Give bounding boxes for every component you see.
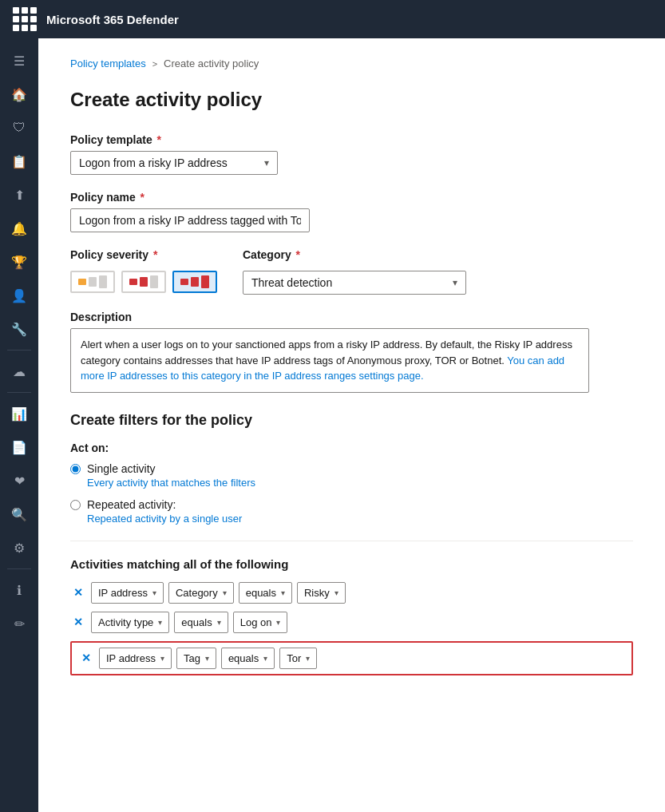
single-activity-label: Single activity — [87, 462, 255, 475]
severity-group: Policy severity * — [70, 248, 217, 293]
filter-row-3-col2-dropdown[interactable]: Tag ▾ — [176, 648, 216, 669]
sidebar-icon-upload[interactable]: ⬆ — [3, 179, 35, 211]
category-group: Category * Threat detection ▾ — [243, 248, 466, 295]
repeated-activity-radio[interactable] — [70, 500, 81, 510]
sidebar-divider-2 — [7, 392, 31, 393]
policy-template-value: Logon from a risky IP address — [79, 156, 228, 169]
filter-row-1-remove-button[interactable]: ✕ — [70, 584, 86, 600]
filter-row-1-col3-dropdown[interactable]: equals ▾ — [239, 582, 292, 604]
filter-row-3-col4-dropdown[interactable]: Tor ▾ — [279, 648, 317, 669]
policy-name-field: Policy name * — [70, 191, 633, 232]
severity-high-bar1 — [180, 279, 188, 285]
sidebar-icon-edit[interactable]: ✏ — [3, 608, 35, 640]
sidebar-icon-chart[interactable]: 📊 — [3, 398, 35, 430]
filter-row-2-col1-dropdown[interactable]: Activity type ▾ — [91, 612, 169, 633]
sidebar-icon-clipboard[interactable]: 📋 — [3, 145, 35, 177]
topbar: Microsoft 365 Defender — [0, 0, 665, 38]
severity-options — [70, 271, 217, 293]
sidebar-icon-menu[interactable]: ☰ — [3, 45, 35, 77]
layout: ☰ 🏠 🛡 📋 ⬆ 🔔 🏆 👤 🔧 ☁ 📊 📄 ❤ 🔍 ⚙ ℹ ✏ Policy… — [0, 38, 665, 812]
app-title: Microsoft 365 Defender — [46, 13, 179, 26]
filter-row-3: ✕ IP address ▾ Tag ▾ equals ▾ Tor ▾ — [70, 641, 633, 675]
chevron-icon: ▾ — [158, 618, 162, 627]
description-text: Alert when a user logs on to your sancti… — [81, 339, 572, 382]
act-on-label: Act on: — [70, 442, 633, 454]
filter-row-1-col4-dropdown[interactable]: Risky ▾ — [297, 582, 346, 604]
severity-low-button[interactable] — [70, 271, 115, 293]
sidebar-icon-heart[interactable]: ❤ — [3, 465, 35, 497]
sidebar-icon-settings-small[interactable]: 🔧 — [3, 313, 35, 345]
severity-low-bar2 — [89, 277, 97, 287]
repeated-activity-label: Repeated activity: — [87, 498, 242, 511]
breadcrumb-parent-link[interactable]: Policy templates — [70, 57, 146, 69]
sidebar-icon-doc[interactable]: 📄 — [3, 431, 35, 463]
category-label: Category * — [243, 248, 466, 261]
description-field: Description Alert when a user logs on to… — [70, 311, 633, 393]
filter-row-2-col3-label: Log on — [240, 616, 272, 628]
severity-low-bar1 — [78, 279, 86, 285]
filter-row-2-remove-button[interactable]: ✕ — [70, 614, 86, 630]
sidebar-icon-home[interactable]: 🏠 — [3, 78, 35, 110]
breadcrumb-separator: > — [152, 59, 157, 69]
category-chevron-icon: ▾ — [453, 277, 457, 288]
sidebar-divider-3 — [7, 568, 31, 569]
chevron-icon: ▾ — [223, 588, 227, 597]
severity-high-button[interactable] — [172, 271, 217, 293]
severity-low-bar3 — [99, 275, 107, 288]
sidebar-icon-search[interactable]: 🔍 — [3, 498, 35, 530]
main-content: Policy templates > Create activity polic… — [38, 38, 665, 812]
filter-row-3-remove-button[interactable]: ✕ — [78, 650, 94, 666]
sidebar-icon-cloud[interactable]: ☁ — [3, 355, 35, 387]
filter-row-2-col2-dropdown[interactable]: equals ▾ — [174, 612, 228, 633]
filter-row-3-col2-label: Tag — [184, 652, 200, 664]
sidebar-icon-gear[interactable]: ⚙ — [3, 532, 35, 564]
chevron-down-icon: ▾ — [264, 157, 269, 168]
chevron-icon: ▾ — [281, 588, 285, 597]
single-activity-sublabel: Every activity that matches the filters — [87, 477, 255, 489]
filter-row-3-col3-dropdown[interactable]: equals ▾ — [221, 648, 275, 669]
breadcrumb: Policy templates > Create activity polic… — [70, 57, 633, 69]
filter-row-1-col2-dropdown[interactable]: Category ▾ — [168, 582, 234, 604]
filter-row-2-col3-dropdown[interactable]: Log on ▾ — [233, 612, 288, 633]
policy-template-dropdown[interactable]: Logon from a risky IP address ▾ — [70, 151, 278, 175]
filter-row-3-col4-label: Tor — [287, 652, 301, 664]
severity-high-bar2 — [191, 277, 199, 287]
severity-med-bar1 — [129, 279, 137, 285]
filter-row-3-col1-dropdown[interactable]: IP address ▾ — [99, 648, 172, 669]
severity-label: Policy severity * — [70, 248, 217, 261]
filter-row-2-col1-label: Activity type — [98, 616, 153, 628]
apps-icon[interactable] — [13, 7, 37, 31]
policy-name-input[interactable] — [70, 208, 310, 232]
filter-row-1-col3-label: equals — [246, 587, 276, 599]
sidebar-icon-trophy[interactable]: 🏆 — [3, 246, 35, 278]
severity-med-bar3 — [150, 275, 158, 288]
repeated-activity-option: Repeated activity: Repeated activity by … — [70, 498, 633, 525]
chevron-icon: ▾ — [276, 618, 280, 627]
sidebar-icon-user[interactable]: 👤 — [3, 279, 35, 311]
filter-row-1-col1-dropdown[interactable]: IP address ▾ — [91, 582, 164, 604]
sidebar-icon-shield[interactable]: 🛡 — [3, 112, 35, 144]
severity-medium-button[interactable] — [121, 271, 166, 293]
chevron-icon: ▾ — [263, 654, 267, 663]
chevron-icon: ▾ — [152, 588, 156, 597]
filter-row-1-col4-label: Risky — [304, 587, 330, 599]
page-title: Create activity policy — [70, 89, 633, 111]
chevron-icon: ▾ — [205, 654, 209, 663]
category-dropdown[interactable]: Threat detection ▾ — [243, 271, 466, 295]
single-activity-radio[interactable] — [70, 464, 81, 474]
sidebar-icon-info[interactable]: ℹ — [3, 574, 35, 606]
section-divider — [70, 541, 633, 541]
sidebar-icon-bell[interactable]: 🔔 — [3, 212, 35, 244]
chevron-icon: ▾ — [217, 618, 221, 627]
activities-matching-title: Activities matching all of the following — [70, 557, 633, 571]
description-link[interactable]: You can add more IP addresses to this ca… — [81, 355, 564, 382]
breadcrumb-current: Create activity policy — [164, 57, 259, 69]
policy-template-field: Policy template * Logon from a risky IP … — [70, 133, 633, 175]
filter-row-2: ✕ Activity type ▾ equals ▾ Log on ▾ — [70, 612, 633, 633]
filter-row-3-col3-label: equals — [228, 652, 259, 664]
policy-template-label: Policy template * — [70, 133, 633, 146]
severity-category-row: Policy severity * — [70, 248, 633, 295]
description-label: Description — [70, 311, 633, 323]
chevron-icon: ▾ — [160, 654, 164, 663]
chevron-icon: ▾ — [334, 588, 338, 597]
